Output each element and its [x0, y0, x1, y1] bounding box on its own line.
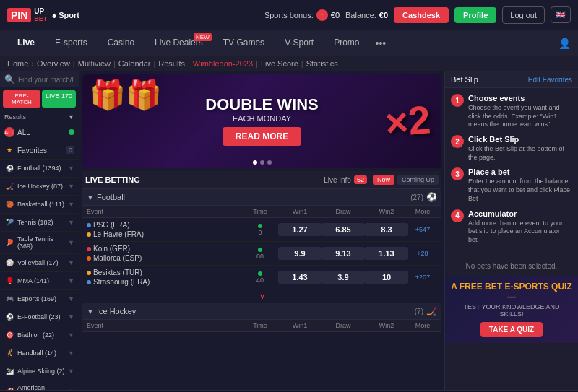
- search-bar: 🔍: [0, 71, 79, 87]
- balance-label: Balance:: [345, 11, 376, 19]
- live-count: 52: [354, 175, 367, 184]
- sport-favorites[interactable]: ★ Favorites 0: [0, 141, 79, 160]
- nav-more[interactable]: •••: [370, 38, 392, 49]
- bc-livescore[interactable]: Live Score: [261, 59, 298, 68]
- edit-favorites-button[interactable]: Edit Favorites: [528, 76, 572, 84]
- col-win2: Win2: [365, 208, 408, 215]
- win2-btn-1[interactable]: 8.3: [365, 223, 408, 236]
- bc-results[interactable]: Results: [158, 59, 185, 68]
- bc-multiview[interactable]: Multiview: [78, 59, 111, 68]
- profile-button[interactable]: Profile: [454, 7, 496, 23]
- win1-btn-3[interactable]: 1.43: [278, 271, 322, 284]
- biathlon-toggle: ▼: [68, 331, 74, 339]
- draw-btn-1[interactable]: 6.85: [322, 223, 365, 236]
- nav-esports[interactable]: E-sports: [45, 30, 98, 56]
- sport-table-tennis[interactable]: 🏓 Table Tennis (369) ▼: [0, 232, 79, 254]
- volleyball-icon: 🏐: [4, 258, 14, 268]
- bc-overview[interactable]: Overview: [37, 59, 70, 68]
- now-button[interactable]: Now: [373, 175, 394, 185]
- sports-bonus-icon: ↑: [316, 9, 328, 21]
- alpine-skiing-toggle: ▼: [68, 367, 74, 375]
- bc-statistics[interactable]: Statistics: [306, 59, 338, 68]
- sport-american-football[interactable]: 🏈 American Football (8… ▼: [0, 380, 79, 390]
- logout-button[interactable]: Log out: [502, 6, 545, 24]
- dot-1[interactable]: [253, 160, 257, 165]
- nav-live[interactable]: Live: [7, 30, 45, 56]
- nav-vsport[interactable]: V-Sport: [275, 30, 324, 56]
- cashdesk-button[interactable]: Cashdesk: [394, 7, 449, 23]
- sport-efootball[interactable]: ⚽ E-Football (23) ▼: [0, 308, 79, 326]
- sport-alpine-skiing[interactable]: ⛷️ Alpine Skiing (2) ▼: [0, 362, 79, 380]
- sport-handball[interactable]: 🤾 Handball (14) ▼: [0, 344, 79, 362]
- sport-all[interactable]: ALL ALL: [0, 123, 79, 141]
- more-btn-2[interactable]: +28: [408, 250, 437, 257]
- sport-biathlon[interactable]: 🎯 Biathlon (22) ▼: [0, 326, 79, 344]
- draw-btn-3[interactable]: 3.9: [322, 271, 365, 284]
- live-betting-title: LIVE BETTING: [85, 175, 324, 184]
- bc-wimbledon[interactable]: Wimbledon-2023: [193, 59, 253, 68]
- biathlon-icon: 🎯: [4, 330, 14, 340]
- coming-up-button[interactable]: Coming Up: [397, 175, 439, 185]
- nav-promo[interactable]: Promo: [324, 30, 369, 56]
- search-input[interactable]: [18, 76, 74, 84]
- esports-toggle: ▼: [68, 295, 74, 302]
- nav-casino[interactable]: Casino: [98, 30, 144, 56]
- nav-user-icon[interactable]: 👤: [558, 38, 571, 49]
- alpine-skiing-icon: ⛷️: [4, 366, 14, 376]
- win1-btn-2[interactable]: 9.9: [278, 247, 322, 260]
- football-section-name: Football: [97, 193, 410, 201]
- win2-btn-2[interactable]: 1.13: [365, 247, 408, 260]
- col-event: Event: [87, 208, 242, 215]
- banner-text-block: DOUBLE WINS EACH MONDAY READ MORE: [205, 97, 318, 146]
- header: PIN UP BET ♠ Sport Sports bonus: ↑ €0 Ba…: [0, 0, 578, 30]
- step-1-num: 1: [451, 94, 464, 107]
- team2-mallorca: Mallorca (ESP): [87, 254, 242, 262]
- step-1-title: Choose events: [468, 94, 572, 103]
- esports-promo-sub: TEST YOUR KNOWLEDGE AND SKILLS!: [451, 303, 572, 318]
- dot-2[interactable]: [260, 160, 264, 165]
- logo-sport: ♠ Sport: [52, 11, 79, 19]
- left-sidebar: 🔍 PRE-MATCH LIVE 170 Results ▼ ALL ALL ★…: [0, 71, 79, 390]
- col-more: More: [408, 208, 437, 215]
- sport-volleyball[interactable]: 🏐 Volleyball (17) ▼: [0, 254, 79, 272]
- language-button[interactable]: 🇬🇧: [551, 6, 571, 23]
- more-btn-1[interactable]: +547: [408, 226, 437, 233]
- take-quiz-button[interactable]: TAKE A QUIZ: [480, 322, 543, 337]
- ice-hockey-section-chevron: ▼: [87, 308, 94, 315]
- sport-mma[interactable]: 🥊 MMA (141) ▼: [0, 272, 79, 290]
- handball-icon: 🤾: [4, 348, 14, 358]
- load-more-football[interactable]: ∨: [82, 289, 441, 303]
- sport-favorites-name: Favorites: [17, 147, 64, 154]
- pre-match-tab[interactable]: PRE-MATCH: [3, 90, 40, 108]
- step-3-text: Place a bet Enter the amount from the ba…: [468, 167, 572, 203]
- sport-ice-hockey[interactable]: 🏒 Ice Hockey (87) ▼: [0, 178, 79, 196]
- live-dot-2: [258, 248, 262, 252]
- bc-home[interactable]: Home: [7, 59, 28, 68]
- sport-basketball[interactable]: 🏀 Basketball (111) ▼: [0, 196, 79, 214]
- sport-volleyball-name: Volleyball (17): [17, 259, 65, 266]
- ice-hockey-section-header[interactable]: ▼ Ice Hockey (7) 🏒: [82, 303, 441, 320]
- bet-slip-title: Bet Slip: [451, 75, 528, 84]
- draw-btn-2[interactable]: 9.13: [322, 247, 365, 260]
- team2-dot: [87, 280, 91, 284]
- sport-tennis[interactable]: 🎾 Tennis (182) ▼: [0, 214, 79, 232]
- sport-esports[interactable]: 🎮 Esports (169) ▼: [0, 290, 79, 308]
- banner-gifts: 🎁🎁: [90, 78, 162, 112]
- read-more-button[interactable]: READ MORE: [223, 127, 301, 146]
- win2-btn-3[interactable]: 10: [365, 271, 408, 284]
- main-layout: 🔍 PRE-MATCH LIVE 170 Results ▼ ALL ALL ★…: [0, 71, 578, 390]
- results-label[interactable]: Results ▼: [0, 110, 79, 123]
- nav-tv-games[interactable]: TV Games: [213, 30, 275, 56]
- nav-live-dealers[interactable]: Live Dealers NEW: [144, 30, 213, 56]
- bc-calendar[interactable]: Calendar: [118, 59, 151, 68]
- balance-value: €0: [379, 11, 388, 19]
- dot-3[interactable]: [267, 160, 272, 165]
- more-btn-3[interactable]: +207: [408, 274, 437, 281]
- american-football-toggle: ▼: [68, 388, 74, 390]
- win1-btn-1[interactable]: 1.27: [278, 223, 322, 236]
- table-tennis-toggle: ▼: [68, 239, 74, 246]
- live-tab[interactable]: LIVE 170: [42, 90, 76, 108]
- sport-football[interactable]: ⚽ Football (1394) ▼: [0, 160, 79, 178]
- logo-up: UP: [34, 7, 47, 15]
- football-section-header[interactable]: ▼ Football (27) ⚽: [82, 189, 441, 206]
